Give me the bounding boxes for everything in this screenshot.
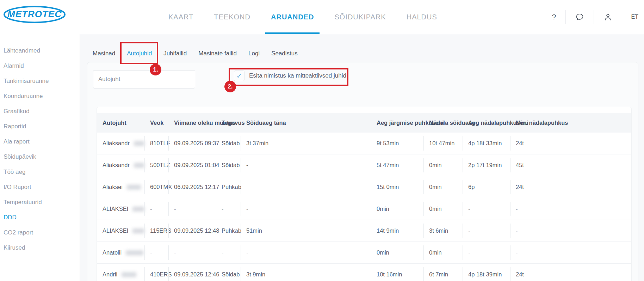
driver-name: Anatolii — [103, 249, 122, 256]
sidebar-item-tankimisaruanne[interactable]: Tankimisaruanne — [0, 73, 80, 88]
table-cell: 6p — [463, 176, 510, 198]
inactive-drivers-checkbox-group[interactable]: ✓ Esita nimistus ka mitteaktiivsed juhid — [234, 67, 346, 84]
table-cell: 09.09.2025 01:04 — [168, 154, 216, 176]
table-cell: 4p 18t 33min — [463, 133, 510, 154]
table-cell: 09.09.2025 12:48 — [168, 220, 216, 242]
table-cell: Sõidab — [216, 154, 241, 176]
table-cell: 3t 37min — [241, 133, 371, 154]
driver-name-cell: Anatolii — [97, 242, 144, 263]
logo-text: METROTEC — [7, 9, 62, 19]
table-cell: - — [510, 198, 631, 220]
driver-name-cell: ALIAKSEI — [97, 220, 144, 242]
sidebar-item-i-o-raport[interactable]: I/O Raport — [0, 179, 80, 195]
table-row[interactable]: Andrii410ERS09.09.2025 12:46Sõidab3t 9mi… — [97, 264, 631, 281]
table-cell — [241, 176, 371, 198]
tab-autojuhid[interactable]: Autojuhid1. — [127, 50, 152, 57]
driver-name: Andrii — [103, 271, 117, 278]
column-header-veok: Veok — [144, 120, 168, 126]
driver-name: Aliaksei — [103, 184, 123, 190]
sidebar: LähteandmedAlarmidTankimisaruanneKoondar… — [0, 34, 80, 281]
column-header-s-iduaeg-t-na: Sõiduaeg täna — [241, 120, 371, 126]
top-bar: METROTEC KAARTTEEKONDARUANDEDSÕIDUKIPARK… — [0, 0, 644, 34]
table-cell: 410ERS — [144, 264, 168, 281]
sidebar-item-ala-raport[interactable]: Ala raport — [0, 134, 80, 149]
table-row[interactable]: ALIAKSEI115ERS09.09.2025 12:48Puhkab51mi… — [97, 220, 631, 242]
driver-name: Aliaksandr — [103, 140, 130, 147]
checkbox-checked[interactable]: ✓ — [234, 71, 244, 81]
language-selector[interactable]: ET — [622, 14, 642, 20]
table-cell: Puhkab — [216, 176, 241, 198]
nav-item-haldus[interactable]: HALDUS — [407, 0, 437, 34]
driver-name-cell: Aliaksei — [97, 176, 144, 198]
table-cell: 9t 53min — [371, 133, 423, 154]
table-cell: - — [144, 242, 168, 263]
column-header-aeg-j-rgmise-puhkuseni: Aeg järgmise puhkuseni — [371, 120, 423, 126]
check-icon: ✓ — [236, 72, 242, 80]
annotation-box-1 — [120, 42, 158, 64]
table-cell: 4p 18t 39min — [463, 264, 510, 281]
drivers-table-panel: AutojuhtVeokViimane oleku muutusTegevusS… — [97, 107, 632, 281]
table-cell: - — [241, 198, 371, 220]
table-cell: 0min — [371, 242, 423, 263]
table-cell: 0min — [423, 242, 463, 263]
driver-name-cell: Aliaksandr — [97, 133, 144, 154]
redacted-surname — [126, 250, 143, 255]
table-cell: - — [168, 198, 216, 220]
nav-item-aruanded[interactable]: ARUANDED — [271, 0, 314, 34]
table-row[interactable]: Anatolii----0min0min-- — [97, 242, 631, 264]
nav-item-teekond[interactable]: TEEKOND — [214, 0, 250, 34]
table-row[interactable]: ALIAKSEI----0min0min-- — [97, 198, 631, 220]
table-cell: - — [241, 154, 371, 176]
table-cell: 09.09.2025 09:37 — [168, 133, 216, 154]
table-cell: 0min — [371, 198, 423, 220]
top-icons: ? ET — [543, 0, 642, 34]
help-icon[interactable]: ? — [543, 13, 565, 21]
tab-logi[interactable]: Logi — [248, 50, 260, 57]
tab-seadistus[interactable]: Seadistus — [271, 50, 298, 57]
user-icon[interactable] — [594, 12, 622, 22]
sidebar-item-raportid[interactable]: Raportid — [0, 119, 80, 134]
table-cell: 51min — [241, 220, 371, 242]
table-cell: 600TMX — [144, 176, 168, 198]
column-header-autojuht: Autojuht — [97, 120, 144, 126]
driver-name: ALIAKSEI — [103, 227, 128, 234]
table-cell: - — [463, 220, 510, 242]
metrotec-logo[interactable]: METROTEC — [3, 6, 66, 25]
sidebar-item-alarmid[interactable]: Alarmid — [0, 58, 80, 73]
table-row[interactable]: Aliaksandr810TLF09.09.2025 09:37Sõidab3t… — [97, 133, 631, 154]
table-cell: - — [463, 242, 510, 263]
chat-icon[interactable] — [566, 12, 594, 22]
table-row[interactable]: Aliaksandr500TLZ09.09.2025 01:04Sõidab-5… — [97, 154, 631, 176]
sidebar-item-koondaruanne[interactable]: Koondaruanne — [0, 88, 80, 104]
driver-name-cell: ALIAKSEI — [97, 198, 144, 220]
table-cell: 14t 9min — [371, 220, 423, 242]
tab-masinate-failid[interactable]: Masinate failid — [198, 50, 237, 57]
redacted-surname — [122, 272, 136, 277]
table-cell: 24t — [510, 176, 631, 198]
table-cell: 10t 16min — [371, 264, 423, 281]
table-cell: 24t — [510, 133, 631, 154]
sidebar-item-co2-raport[interactable]: CO2 raport — [0, 225, 80, 240]
sidebar-item-t-aeg[interactable]: Töö aeg — [0, 164, 80, 179]
table-cell: 0min — [423, 154, 463, 176]
driver-search-input[interactable] — [93, 70, 195, 88]
table-cell: Puhkab — [216, 220, 241, 242]
logo-oval-icon: METROTEC — [3, 6, 66, 23]
column-header-tegevus: Tegevus — [216, 120, 241, 126]
redacted-surname — [134, 163, 144, 168]
sidebar-item-ddd[interactable]: DDD — [0, 210, 80, 225]
nav-item-kaart[interactable]: KAART — [168, 0, 193, 34]
tab-juhifailid[interactable]: Juhifailid — [163, 50, 187, 57]
sidebar-item-l-hteandmed[interactable]: Lähteandmed — [0, 43, 80, 58]
sidebar-item-graafikud[interactable]: Graafikud — [0, 104, 80, 119]
driver-name: Aliaksandr — [103, 162, 130, 169]
table-header-row: AutojuhtVeokViimane oleku muutusTegevusS… — [97, 113, 631, 133]
table-cell: - — [216, 242, 241, 263]
sidebar-item-s-idup-evik[interactable]: Sõidupäevik — [0, 149, 80, 164]
sidebar-item-kiirused[interactable]: Kiirused — [0, 240, 80, 255]
tab-masinad[interactable]: Masinad — [93, 50, 115, 57]
table-row[interactable]: Aliaksei600TMX06.09.2025 12:17Puhkab15t … — [97, 176, 631, 198]
nav-item-s-idukipark[interactable]: SÕIDUKIPARK — [334, 0, 386, 34]
sidebar-item-temperatuurid[interactable]: Temperatuurid — [0, 195, 80, 210]
table-cell: - — [463, 198, 510, 220]
